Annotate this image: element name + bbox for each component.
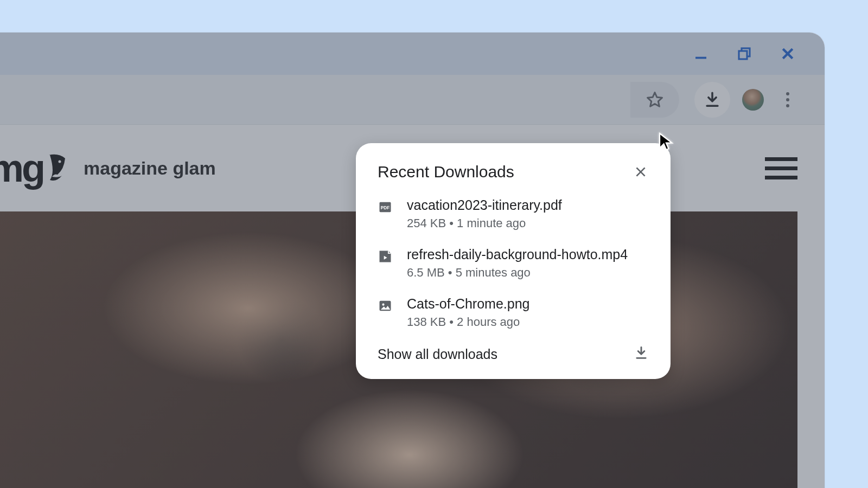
- logo-face-icon: [46, 151, 69, 185]
- show-all-downloads-link[interactable]: Show all downloads: [378, 346, 497, 362]
- download-icon: [634, 345, 649, 361]
- download-item-info: refresh-daily-background-howto.mp4 6.5 M…: [407, 247, 628, 280]
- downloads-popup: Recent Downloads PDF vacation2023-itiner…: [356, 143, 671, 379]
- svg-rect-2: [739, 51, 747, 59]
- download-all-icon-button[interactable]: [634, 345, 649, 363]
- popup-title: Recent Downloads: [378, 163, 514, 181]
- svg-text:PDF: PDF: [381, 206, 390, 210]
- pdf-file-icon: PDF: [378, 200, 393, 215]
- restore-icon: [736, 46, 752, 62]
- download-item-name: refresh-daily-background-howto.mp4: [407, 247, 628, 262]
- site-name: magazine glam: [84, 158, 216, 179]
- download-item[interactable]: PDF vacation2023-itinerary.pdf 254 KB • …: [378, 197, 649, 230]
- star-icon: [645, 90, 665, 110]
- close-icon: [780, 46, 796, 62]
- download-item-info: vacation2023-itinerary.pdf 254 KB • 1 mi…: [407, 197, 562, 230]
- window-minimize-button[interactable]: [691, 44, 711, 63]
- window-restore-button[interactable]: [735, 44, 754, 63]
- close-icon: [634, 165, 648, 179]
- download-item-info: Cats-of-Chrome.png 138 KB • 2 hours ago: [407, 296, 529, 329]
- download-item[interactable]: refresh-daily-background-howto.mp4 6.5 M…: [378, 247, 649, 280]
- browser-window: mg magazine glam Recent Downloads PDF: [0, 33, 825, 488]
- download-icon: [703, 91, 722, 109]
- video-file-icon: [378, 249, 393, 264]
- window-titlebar: [0, 33, 825, 75]
- site-logo: mg: [0, 146, 69, 190]
- download-item-meta: 138 KB • 2 hours ago: [407, 315, 529, 329]
- browser-menu-button[interactable]: [776, 88, 800, 112]
- popup-header: Recent Downloads: [378, 163, 649, 181]
- popup-footer: Show all downloads: [378, 345, 649, 363]
- svg-point-11: [382, 304, 384, 306]
- popup-close-button[interactable]: [633, 164, 649, 180]
- minimize-icon: [693, 46, 709, 62]
- site-brand[interactable]: mg magazine glam: [0, 146, 216, 190]
- profile-avatar-button[interactable]: [742, 89, 764, 111]
- downloads-button[interactable]: [694, 82, 730, 118]
- image-file-icon: [378, 298, 393, 313]
- browser-toolbar: [0, 75, 825, 125]
- download-item[interactable]: Cats-of-Chrome.png 138 KB • 2 hours ago: [378, 296, 649, 329]
- download-item-meta: 6.5 MB • 5 minutes ago: [407, 266, 628, 280]
- bookmark-star-button[interactable]: [630, 82, 679, 118]
- svg-point-5: [59, 160, 61, 163]
- site-menu-button[interactable]: [765, 157, 797, 179]
- hamburger-icon: [765, 157, 797, 161]
- download-item-name: vacation2023-itinerary.pdf: [407, 197, 562, 213]
- download-item-meta: 254 KB • 1 minute ago: [407, 216, 562, 230]
- download-item-name: Cats-of-Chrome.png: [407, 296, 529, 312]
- window-close-button[interactable]: [778, 44, 797, 63]
- kebab-icon: [786, 92, 789, 107]
- logo-text: mg: [0, 146, 43, 190]
